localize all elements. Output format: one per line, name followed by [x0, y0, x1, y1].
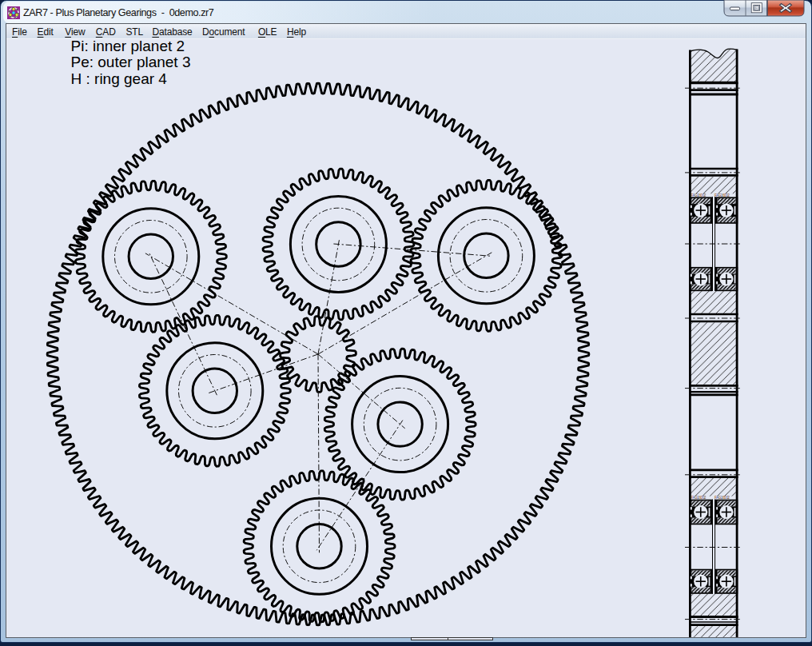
svg-text:FAG16002: FAG16002	[714, 496, 730, 500]
svg-text:FAG16002: FAG16002	[691, 193, 707, 197]
svg-text:FAG16002: FAG16002	[714, 193, 730, 197]
svg-text:FAG16002: FAG16002	[691, 496, 707, 500]
